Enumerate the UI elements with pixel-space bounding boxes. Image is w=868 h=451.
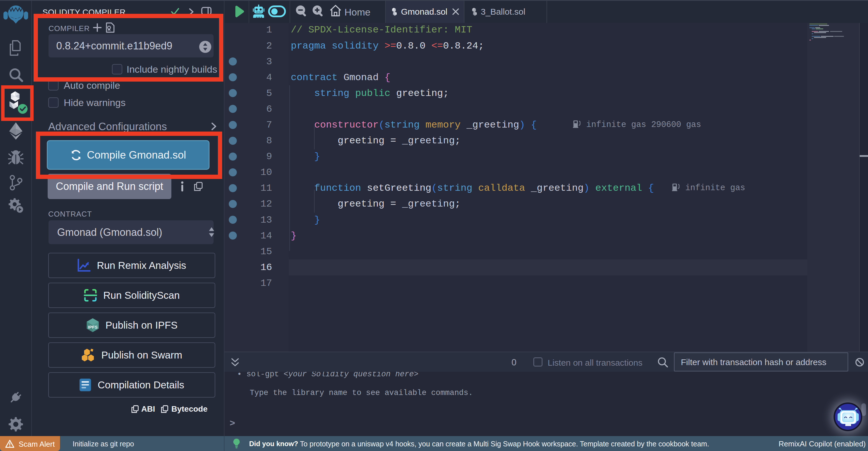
svg-text:IPFS: IPFS [88, 325, 97, 330]
